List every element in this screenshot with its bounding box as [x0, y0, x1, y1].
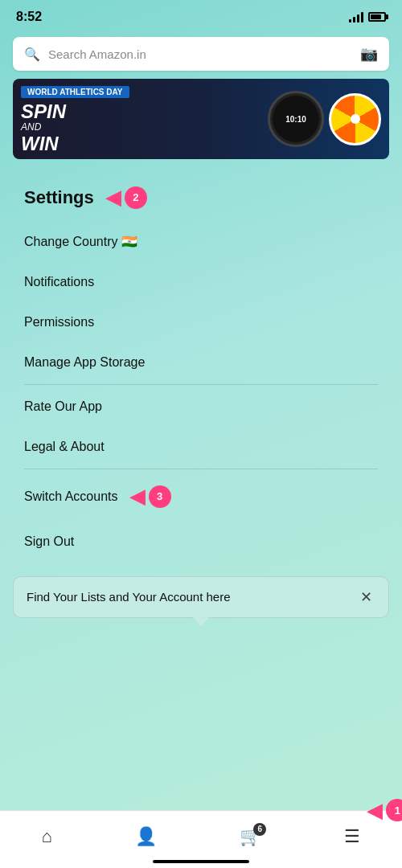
badge-2: 2	[125, 186, 147, 209]
permissions-label: Permissions	[24, 315, 94, 330]
menu-items: Change Country 🇮🇳 Notifications Permissi…	[0, 221, 402, 562]
watch-image: 10:10	[268, 91, 324, 147]
hamburger-icon[interactable]: ☰	[344, 826, 360, 847]
promo-banner[interactable]: WORLD ATHLETICS DAY SPIN AND WIN 10:10	[13, 79, 389, 159]
signal-icon	[349, 11, 363, 23]
menu-item-switch-accounts[interactable]: Switch Accounts ◀ 3	[0, 471, 402, 522]
arrow-badge-3: ◀ 3	[129, 484, 171, 509]
home-icon: ⌂	[42, 826, 52, 847]
menu-item-permissions[interactable]: Permissions	[0, 302, 402, 342]
rate-our-app-label: Rate Our App	[24, 399, 102, 414]
arrow-3-icon: ◀	[129, 484, 146, 509]
notifications-label: Notifications	[24, 275, 94, 289]
settings-section: Settings ◀ 2 Change Country 🇮🇳 Notificat…	[0, 172, 402, 562]
menu-item-legal-about[interactable]: Legal & About	[0, 427, 402, 467]
search-input[interactable]: Search Amazon.in	[48, 47, 352, 61]
nav-menu[interactable]: ☰ ◀ 1	[344, 826, 360, 847]
search-bar-container: 🔍 Search Amazon.in 📷	[0, 31, 402, 79]
arrow-badge-1: ◀ 1	[367, 798, 402, 823]
menu-item-rate-our-app[interactable]: Rate Our App	[0, 387, 402, 427]
legal-about-label: Legal & About	[24, 440, 105, 454]
menu-item-manage-app-storage[interactable]: Manage App Storage	[0, 342, 402, 383]
menu-item-change-country[interactable]: Change Country 🇮🇳	[0, 221, 402, 262]
menu-item-notifications[interactable]: Notifications	[0, 262, 402, 302]
tooltip-text: Find Your Lists and Your Account here	[27, 588, 357, 605]
spin-wheel	[329, 93, 381, 145]
arrow-2-icon: ◀	[105, 185, 121, 210]
home-indicator	[153, 860, 249, 863]
status-icons	[349, 11, 386, 23]
banner-tag: WORLD ATHLETICS DAY	[21, 86, 129, 98]
watch-time: 10:10	[285, 115, 306, 124]
banner-title: SPIN AND WIN	[21, 101, 268, 154]
settings-title: Settings	[24, 187, 94, 208]
search-icon: 🔍	[24, 47, 40, 62]
manage-app-storage-label: Manage App Storage	[24, 355, 145, 370]
badge-3: 3	[149, 485, 171, 508]
banner-right: 10:10	[268, 91, 381, 147]
nav-home[interactable]: ⌂	[42, 826, 52, 847]
change-country-label: Change Country 🇮🇳	[24, 234, 137, 249]
divider-1	[24, 384, 378, 385]
menu-item-sign-out[interactable]: Sign Out	[0, 522, 402, 562]
tooltip-close-button[interactable]: ✕	[357, 588, 375, 606]
badge-1: 1	[386, 799, 402, 821]
profile-icon: 👤	[135, 826, 157, 847]
search-bar[interactable]: 🔍 Search Amazon.in 📷	[13, 37, 389, 71]
camera-icon[interactable]: 📷	[360, 45, 378, 63]
battery-icon	[368, 12, 386, 22]
divider-2	[24, 469, 378, 469]
tooltip-tail	[193, 617, 209, 627]
arrow-1-icon: ◀	[367, 798, 383, 823]
cart-count-badge: 6	[253, 823, 266, 836]
banner-left: WORLD ATHLETICS DAY SPIN AND WIN	[21, 84, 268, 154]
status-time: 8:52	[16, 10, 42, 24]
sign-out-label: Sign Out	[24, 534, 74, 549]
nav-cart[interactable]: 🛒 6	[240, 826, 261, 847]
settings-title-row: Settings ◀ 2	[0, 180, 402, 221]
tooltip-balloon: Find Your Lists and Your Account here ✕	[13, 576, 389, 618]
status-bar: 8:52	[0, 0, 402, 31]
nav-profile[interactable]: 👤	[135, 826, 157, 847]
switch-accounts-label: Switch Accounts	[24, 489, 118, 504]
arrow-badge-2: ◀ 2	[105, 185, 147, 210]
